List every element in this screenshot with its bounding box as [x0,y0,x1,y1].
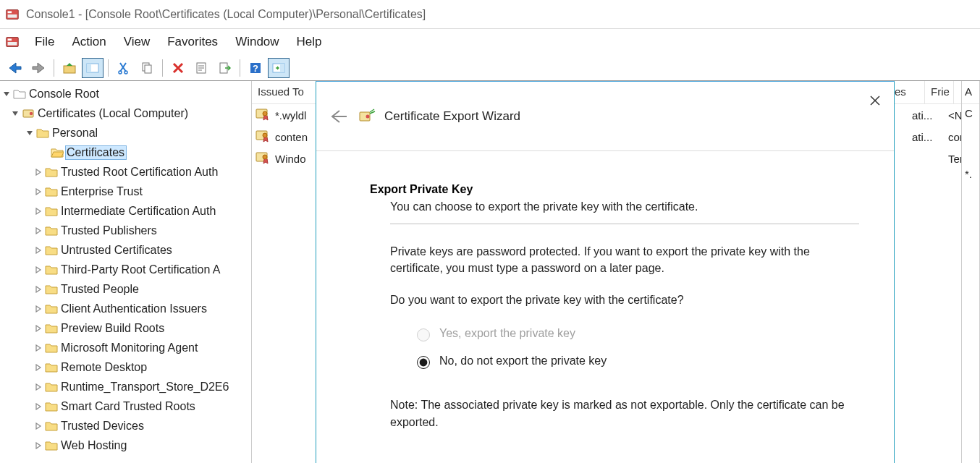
chevron-right-icon[interactable] [33,240,43,260]
mmc-icon [4,7,20,22]
tree-item[interactable]: Trusted Devices [0,416,251,436]
export-button[interactable] [214,58,235,78]
tree-certificates-local[interactable]: Certificates (Local Computer) [0,103,251,123]
chevron-down-icon[interactable] [25,123,35,143]
show-tree-button[interactable] [82,58,104,78]
chevron-right-icon[interactable] [33,416,43,436]
tree-root[interactable]: Console Root [0,84,251,103]
menu-view[interactable]: View [115,32,159,52]
tree-label: Client Authentication Issuers [59,302,209,316]
menu-file[interactable]: File [26,32,63,52]
wizard-question: Do you want to export the private key wi… [370,294,859,307]
cert-store-icon [20,103,36,123]
chevron-right-icon[interactable] [33,182,43,201]
forward-button[interactable] [28,58,49,78]
tree-pane: Console Root Certificates (Local Compute… [0,81,252,463]
tree-label: Remote Desktop [59,360,149,375]
chevron-right-icon[interactable] [33,357,43,377]
tree-item[interactable]: Enterprise Trust [0,182,251,201]
tree-item[interactable]: Intermediate Certification Auth [0,201,251,221]
tree-label: Untrusted Certificates [59,243,174,258]
menu-action[interactable]: Action [63,32,114,52]
cell-friendly: cor [948,131,962,143]
tree-personal[interactable]: Personal [0,123,251,143]
tree-item[interactable]: Trusted People [0,279,251,299]
radio-input[interactable] [417,356,430,369]
tree-label: Certificates (Local Computer) [36,106,190,121]
certificate-icon [255,107,271,123]
chevron-right-icon[interactable] [33,299,43,318]
tree-item[interactable]: Remote Desktop [0,357,251,377]
chevron-right-icon[interactable] [33,201,43,221]
tree-item[interactable]: Microsoft Monitoring Agent [0,338,251,357]
up-button[interactable] [59,58,80,78]
cell-col2: ati... [912,109,948,122]
menu-favorites[interactable]: Favorites [159,32,227,52]
svg-point-22 [263,111,267,116]
svg-rect-1 [8,11,12,13]
chevron-right-icon[interactable] [33,436,43,455]
folder-icon [43,377,59,396]
folder-icon [43,396,59,416]
chevron-right-icon[interactable] [33,396,43,416]
tree-item[interactable]: Smart Card Trusted Roots [0,396,251,416]
back-button[interactable] [329,109,348,124]
column-friendly[interactable]: Frie [925,81,954,103]
chevron-right-icon[interactable] [33,377,43,396]
tree-item[interactable]: Web Hosting [0,436,251,455]
folder-icon [43,279,59,299]
chevron-right-icon[interactable] [33,162,43,182]
certificate-icon [255,150,271,166]
tree-certificates[interactable]: Certificates [0,143,251,162]
back-button[interactable] [4,58,26,78]
tree-label: Runtime_Transport_Store_D2E6 [59,380,231,394]
folder-icon [43,338,59,357]
svg-rect-2 [8,14,17,18]
help-button[interactable]: ? [245,58,266,78]
folder-icon [43,299,59,318]
svg-point-28 [366,114,370,118]
workarea: Console Root Certificates (Local Compute… [0,81,980,463]
svg-rect-12 [145,65,151,73]
chevron-down-icon[interactable] [10,103,20,123]
close-button[interactable] [863,92,887,109]
tree-label: Web Hosting [59,438,129,453]
properties-button[interactable] [190,58,212,78]
chevron-right-icon[interactable] [33,279,43,299]
chevron-right-icon[interactable] [33,260,43,279]
folder-open-icon [49,143,65,162]
tree-label: Trusted People [59,282,141,297]
copy-button[interactable] [136,58,158,78]
tree-item[interactable]: Client Authentication Issuers [0,299,251,318]
actions-row[interactable]: C [962,104,979,126]
tree-item[interactable]: Trusted Root Certification Auth [0,162,251,182]
radio-export-no[interactable]: No, do not export the private key [413,347,859,375]
cut-button[interactable] [113,58,135,78]
svg-rect-4 [8,38,12,41]
folder-icon [43,260,59,279]
svg-point-9 [119,71,122,74]
menu-window[interactable]: Window [227,32,287,52]
radio-label: No, do not export the private key [439,354,607,368]
chevron-down-icon[interactable] [1,84,12,103]
tree-item[interactable]: Preview Build Roots [0,318,251,338]
delete-button[interactable] [167,58,189,78]
wizard-icon [357,108,376,125]
cell-friendly: <N [948,109,962,122]
actions-row[interactable]: *. [962,165,979,187]
chevron-right-icon[interactable] [33,338,43,357]
tree-item[interactable]: Third-Party Root Certification A [0,260,251,279]
actions-header: A [962,81,979,104]
chevron-right-icon[interactable] [33,221,43,240]
folder-icon [43,416,59,436]
wizard-section-title: Export Private Key [370,183,859,196]
tree-item[interactable]: Trusted Publishers [0,221,251,240]
wizard-note: Note: The associated private key is mark… [370,396,859,430]
menu-help[interactable]: Help [288,32,331,52]
tree-item[interactable]: Untrusted Certificates [0,240,251,260]
actions-pane: A C *. [962,81,980,463]
chevron-right-icon[interactable] [33,318,43,338]
radio-export-yes: Yes, export the private key [413,320,859,347]
tree-item[interactable]: Runtime_Transport_Store_D2E6 [0,377,251,396]
show-actions-button[interactable] [268,58,290,78]
